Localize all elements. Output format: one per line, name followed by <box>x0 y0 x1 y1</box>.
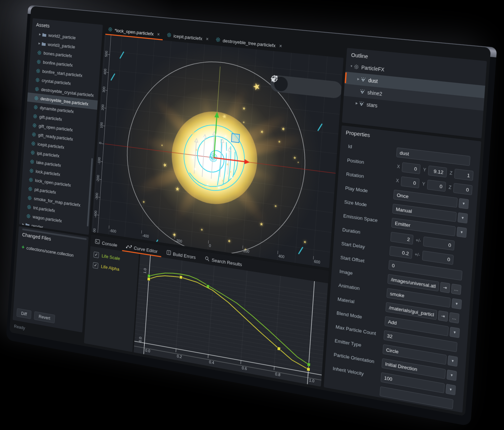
number-field[interactable]: 9.12 <box>428 165 447 177</box>
curve-legend-item[interactable]: ✓Life Alpha <box>93 262 138 275</box>
asset-item-label: icepit.particlefx <box>37 142 64 150</box>
property-label: Animation <box>338 282 360 291</box>
outline-node-label: ParticleFX <box>361 64 385 72</box>
star-particle: ★ <box>222 113 227 120</box>
curve-control-point[interactable] <box>307 363 310 366</box>
tab-close-icon[interactable]: × <box>206 36 209 42</box>
property-label: Material <box>337 296 355 305</box>
property-label: Duration <box>342 227 360 235</box>
tab-close-icon[interactable]: × <box>279 43 283 49</box>
outline-panel: Outline ▼ParticleFX▶dustshine2▶stars <box>342 48 487 138</box>
resource-browse-button[interactable]: … <box>451 284 461 295</box>
dropdown-arrow-icon[interactable]: ▼ <box>446 384 456 395</box>
scene-viewport[interactable]: ★★★★★★★★★★★★★★★★★★★★★★★★★500400300200100… <box>91 35 343 268</box>
curve-control-point[interactable] <box>277 347 281 351</box>
ruler-y-label: 200 <box>100 101 105 113</box>
number-field[interactable]: 1 <box>454 169 473 181</box>
resource-browse-button[interactable]: … <box>449 312 459 323</box>
particlefx-icon <box>27 204 32 210</box>
reload-icon[interactable] <box>324 81 339 97</box>
dropdown-arrow-icon[interactable]: ▼ <box>452 298 462 309</box>
resource-jump-button[interactable]: ⇥ <box>440 282 450 293</box>
emitter-icon <box>360 77 366 82</box>
ruler-y-label: 500 <box>104 48 109 60</box>
selected-particle-handle[interactable] <box>231 133 240 143</box>
particlefx-icon <box>30 159 35 164</box>
star-particle: ★ <box>303 240 307 244</box>
revert-button[interactable]: Revert <box>34 311 55 323</box>
expander-icon[interactable]: ▶ <box>38 33 42 36</box>
tab-close-icon[interactable]: × <box>157 31 160 37</box>
number-field[interactable]: 0.2 <box>389 246 413 259</box>
particlefx-icon <box>29 168 34 173</box>
expander-icon[interactable]: ▼ <box>349 64 354 68</box>
particlefx-icon <box>33 104 38 110</box>
particlefx-icon <box>31 141 36 146</box>
field-value: Emitter <box>395 220 411 228</box>
star-particle: ★ <box>200 228 204 232</box>
curve-control-point[interactable] <box>307 368 310 371</box>
bottom-tab-label: Console <box>102 240 117 248</box>
added-plus-icon: + <box>22 244 25 250</box>
field-value: 2 <box>407 236 410 242</box>
particlefx-icon <box>167 32 172 39</box>
resource-jump-button[interactable]: ⇥ <box>438 310 448 322</box>
scale-tool-icon[interactable] <box>307 79 322 95</box>
dropdown-arrow-icon[interactable]: ▼ <box>450 327 460 338</box>
ruler-x-label: 0 <box>209 243 211 248</box>
dropdown-arrow-icon[interactable]: ▼ <box>459 198 469 209</box>
changed-file-label: collections/scene.collection <box>26 245 74 258</box>
field-value: Circle <box>386 347 399 355</box>
number-field[interactable]: 0 <box>402 162 421 174</box>
dropdown-arrow-icon[interactable]: ▼ <box>448 355 458 367</box>
star-particle: ★ <box>226 162 229 166</box>
asset-item-label: pit.particlefx <box>34 187 56 195</box>
star-particle: ★ <box>195 148 198 152</box>
ruler-x-label: 600 <box>314 259 320 265</box>
expander-icon[interactable]: ▶ <box>21 223 25 226</box>
expander-icon[interactable]: ▶ <box>356 77 361 81</box>
number-field[interactable]: 2 <box>390 232 414 245</box>
property-label: Image <box>339 269 353 276</box>
checkbox-checked-icon[interactable]: ✓ <box>93 262 98 269</box>
folder-icon <box>41 41 46 47</box>
expander-icon <box>356 91 360 91</box>
dropdown-arrow-icon[interactable]: ▼ <box>458 212 468 223</box>
property-label: Play Mode <box>345 185 368 193</box>
changed-files-panel: Changed Files +collections/scene.collect… <box>13 226 89 333</box>
plus-minus-label: +/- <box>415 238 421 244</box>
curve-legend-item[interactable]: ✓Life Scale <box>93 252 138 265</box>
curve-control-point[interactable] <box>179 275 182 279</box>
checkbox-checked-icon[interactable]: ✓ <box>93 252 99 258</box>
dropdown-arrow-icon[interactable]: ▼ <box>447 370 457 381</box>
ruler-y-label: -300 <box>94 190 99 203</box>
emitter-icon <box>359 101 365 107</box>
curve-control-point[interactable] <box>147 277 150 281</box>
expander-icon[interactable]: ▶ <box>38 42 41 45</box>
asset-item-label: lake.particlefx <box>36 160 61 168</box>
particlefx-icon <box>34 95 39 101</box>
expander-icon[interactable]: ▶ <box>355 101 359 105</box>
particlefx-icon <box>36 59 41 64</box>
document-tab-label: *lock_open.particlefx <box>115 28 154 37</box>
diff-button[interactable]: Diff <box>17 308 32 319</box>
outline-node-label: shine2 <box>367 89 382 97</box>
particlefx-icon <box>33 114 38 119</box>
particlefx-icon <box>215 37 220 43</box>
ruler-y-label: -100 <box>97 155 101 167</box>
property-label: Size Mode <box>344 199 367 208</box>
star-particle: ★ <box>278 140 281 144</box>
particlefx-icon <box>35 77 40 82</box>
number-field[interactable]: 0 <box>427 180 446 192</box>
number-field[interactable]: 0 <box>401 176 420 188</box>
number-field[interactable]: 0 <box>453 183 472 195</box>
changed-files-buttons: DiffRevert <box>17 308 55 323</box>
dropdown-arrow-icon[interactable]: ▼ <box>457 227 467 238</box>
rotate-tool-icon[interactable] <box>290 78 305 94</box>
asset-item-label: bonfire.particlefx <box>43 59 73 68</box>
status-text: Ready <box>14 324 25 331</box>
app-content: Assets ▶world2_particle▶world3_particleb… <box>9 15 490 416</box>
field-value: 1 <box>467 172 470 178</box>
particlefx-icon <box>27 195 32 200</box>
particlefx-icon <box>32 132 37 137</box>
